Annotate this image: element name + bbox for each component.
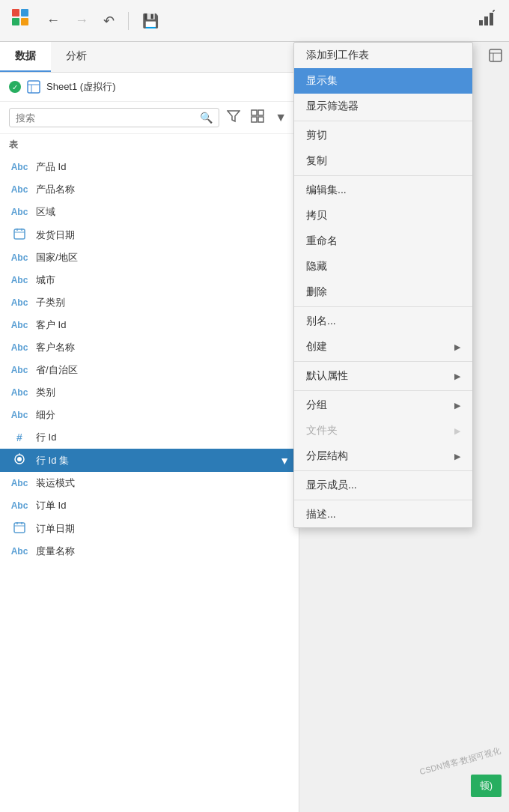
field-label: 行 Id	[36, 431, 290, 444]
menu-item-clone[interactable]: 拷贝	[294, 203, 472, 228]
field-item-province[interactable]: Abc 省/自治区	[0, 359, 299, 381]
menu-item-cut[interactable]: 剪切	[294, 123, 472, 148]
back-button[interactable]: ←	[42, 10, 64, 31]
menu-item-describe[interactable]: 描述...	[294, 502, 472, 527]
search-input[interactable]	[16, 112, 200, 124]
search-bar: 🔍 ▼	[0, 102, 299, 134]
abc-icon: Abc	[9, 546, 30, 557]
save-button[interactable]: 💾	[138, 10, 163, 32]
field-item-row-id-set[interactable]: 行 Id 集 ▼	[0, 449, 299, 472]
svg-rect-16	[252, 117, 257, 122]
field-item-row-id[interactable]: # 行 Id	[0, 426, 299, 449]
field-item-category[interactable]: Abc 类别	[0, 381, 299, 404]
tab-data[interactable]: 数据	[0, 42, 51, 72]
field-label: 类别	[36, 386, 290, 399]
menu-item-label: 隐藏	[306, 260, 327, 273]
dropdown-toggle-button[interactable]: ▼	[272, 109, 290, 126]
field-item-ship-mode[interactable]: Abc 装运模式	[0, 472, 299, 494]
menu-item-label: 描述...	[306, 508, 336, 521]
undo-button[interactable]: ↶	[99, 10, 119, 32]
menu-item-copy[interactable]: 复制	[294, 148, 472, 174]
field-item-region[interactable]: Abc 区域	[0, 201, 299, 223]
menu-item-default-props[interactable]: 默认属性 ▶	[294, 363, 472, 389]
menu-separator-4	[294, 361, 472, 362]
tab-analysis[interactable]: 分析	[51, 42, 102, 72]
toolbar-separator-1	[128, 12, 129, 30]
grid-view-button[interactable]	[248, 108, 267, 127]
menu-item-create[interactable]: 创建 ▶	[294, 334, 472, 360]
menu-item-label: 分层结构	[306, 449, 348, 463]
field-item-city[interactable]: Abc 城市	[0, 269, 299, 291]
menu-item-label: 显示成员...	[306, 479, 357, 492]
menu-item-label: 拷贝	[306, 209, 327, 222]
datasource-table-icon	[27, 80, 40, 94]
chart-button[interactable]	[473, 7, 500, 34]
date-icon	[9, 228, 30, 242]
field-item-customer-name[interactable]: Abc 客户名称	[0, 336, 299, 359]
menu-item-show-filter[interactable]: 显示筛选器	[294, 94, 472, 119]
field-item-customer-id[interactable]: Abc 客户 Id	[0, 314, 299, 336]
field-item-country[interactable]: Abc 国家/地区	[0, 246, 299, 269]
menu-item-rename[interactable]: 重命名	[294, 228, 472, 254]
svg-rect-3	[12, 18, 19, 25]
bottom-green-button[interactable]: 顿)	[471, 775, 502, 797]
svg-rect-6	[484, 16, 488, 25]
field-label: 度量名称	[36, 545, 290, 558]
menu-separator-6	[294, 470, 472, 471]
svg-rect-14	[252, 110, 257, 115]
field-list: Abc 产品 Id Abc 产品名称 Abc 区域	[0, 156, 299, 812]
svg-rect-4	[21, 18, 28, 25]
field-item-segment[interactable]: Abc 细分	[0, 404, 299, 426]
submenu-arrow: ▶	[454, 372, 460, 381]
submenu-arrow: ▶	[454, 426, 460, 436]
menu-item-group[interactable]: 分组 ▶	[294, 393, 472, 418]
field-label: 产品 Id	[36, 160, 290, 174]
toolbar: ← → ↶ 💾	[0, 0, 509, 42]
menu-item-hide[interactable]: 隐藏	[294, 254, 472, 279]
menu-separator-7	[294, 500, 472, 500]
filter-icon-button[interactable]	[224, 108, 243, 127]
menu-item-label: 添加到工作表	[306, 49, 369, 62]
menu-item-hierarchy[interactable]: 分层结构 ▶	[294, 443, 472, 469]
menu-item-delete[interactable]: 删除	[294, 279, 472, 305]
field-item-measure-name[interactable]: Abc 度量名称	[0, 540, 299, 563]
field-dropdown-arrow: ▼	[279, 455, 290, 467]
svg-rect-17	[258, 117, 263, 122]
field-label: 订单 Id	[36, 499, 290, 512]
field-label: 细分	[36, 408, 290, 422]
menu-item-label: 剪切	[306, 129, 327, 142]
menu-item-label: 重命名	[306, 234, 338, 248]
field-item-product-id[interactable]: Abc 产品 Id	[0, 156, 299, 178]
abc-icon: Abc	[9, 207, 30, 217]
menu-item-add-to-sheet[interactable]: 添加到工作表	[294, 43, 472, 68]
abc-icon: Abc	[9, 387, 30, 398]
menu-item-label: 删除	[306, 285, 327, 299]
abc-icon: Abc	[9, 500, 30, 511]
svg-rect-25	[14, 523, 25, 533]
forward-button[interactable]: →	[70, 10, 93, 31]
toolbar-right	[473, 7, 500, 34]
abc-icon: Abc	[9, 365, 30, 375]
menu-item-edit-set[interactable]: 编辑集...	[294, 178, 472, 203]
field-label: 省/自治区	[36, 363, 290, 377]
menu-item-label: 分组	[306, 399, 327, 412]
menu-item-show-members[interactable]: 显示成员...	[294, 473, 472, 498]
field-label: 装运模式	[36, 476, 290, 490]
field-item-ship-date[interactable]: 发货日期	[0, 223, 299, 246]
menu-item-alias[interactable]: 别名...	[294, 309, 472, 334]
menu-item-label: 编辑集...	[306, 184, 347, 197]
field-item-product-name[interactable]: Abc 产品名称	[0, 178, 299, 201]
submenu-arrow: ▶	[454, 342, 460, 352]
svg-rect-7	[490, 13, 493, 25]
search-input-wrap[interactable]: 🔍	[9, 108, 219, 127]
rp-icon-btn-1[interactable]	[488, 48, 503, 66]
datasource-check-icon: ✓	[9, 81, 21, 93]
field-item-order-date[interactable]: 订单日期	[0, 517, 299, 540]
field-item-subcategory[interactable]: Abc 子类别	[0, 291, 299, 314]
context-menu: 添加到工作表 显示集 显示筛选器 剪切 复制 编辑集... 拷贝 重命名 隐藏 …	[293, 42, 473, 528]
menu-item-label: 创建	[306, 340, 327, 354]
menu-item-show-set[interactable]: 显示集	[294, 68, 472, 94]
svg-rect-1	[12, 9, 19, 16]
field-item-order-id[interactable]: Abc 订单 Id	[0, 494, 299, 517]
field-label: 行 Id 集	[36, 454, 273, 467]
